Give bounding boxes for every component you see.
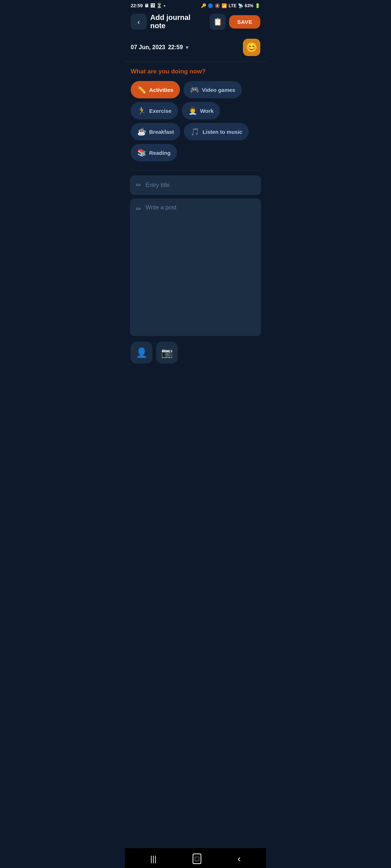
status-bar: 22:59 🖥 🖼 ⏳ • 🔑 🔵 🔇 📶 LTE 📡 63% 🔋	[125, 0, 266, 10]
videogames-label: Video games	[202, 87, 235, 93]
status-time: 22:59	[131, 3, 143, 8]
status-sim-icon: 🖥	[144, 3, 149, 8]
avatar-emoji: 😊	[246, 42, 257, 53]
clipboard-icon: 📋	[213, 17, 222, 26]
activities-section: What are you doing now? ✏️ Activities 🎮 …	[125, 61, 266, 165]
status-image-icon: 🖼	[150, 3, 155, 8]
header: ‹ Add journal note 📋 SAVE	[125, 10, 266, 34]
status-signal-icon: 📡	[238, 3, 243, 8]
status-wifi-icon: 📶	[222, 3, 227, 8]
status-dot-icon: •	[164, 3, 165, 8]
tag-exercise[interactable]: 🏃 Exercise	[131, 102, 178, 119]
post-pencil-icon: ✏	[136, 205, 141, 213]
page-title: Add journal note	[150, 13, 206, 30]
status-battery: 63%	[245, 3, 253, 8]
back-button[interactable]: ‹	[131, 14, 147, 30]
avatar-tool-icon: 👤	[136, 347, 147, 358]
breakfast-label: Breakfast	[149, 129, 174, 135]
activities-question: What are you doing now?	[131, 68, 260, 75]
activities-label: Activities	[149, 87, 173, 93]
camera-tool-icon: 📷	[161, 347, 173, 358]
exercise-icon: 🏃	[137, 106, 146, 115]
work-label: Work	[200, 108, 214, 114]
divider	[131, 170, 260, 170]
breakfast-icon: ☕	[137, 127, 146, 136]
music-icon: 🎵	[190, 127, 199, 136]
reading-label: Reading	[149, 150, 171, 156]
time-value: 22:59	[168, 44, 183, 51]
date-value: 07 Jun, 2023	[131, 44, 165, 51]
reading-icon: 📚	[137, 148, 146, 157]
camera-tool-button[interactable]: 📷	[156, 342, 178, 363]
videogames-icon: 🎮	[190, 85, 199, 94]
tag-work[interactable]: 👨‍💼 Work	[182, 102, 220, 119]
avatar-tool-button[interactable]: 👤	[131, 342, 152, 363]
entry-post-placeholder: Write a post	[146, 204, 176, 211]
status-right: 🔑 🔵 🔇 📶 LTE 📡 63% 🔋	[201, 3, 260, 8]
exercise-label: Exercise	[149, 108, 172, 114]
status-lte-icon: LTE	[228, 3, 236, 8]
back-icon: ‹	[138, 18, 140, 26]
entry-section: ✏ Entry title ✏ Write a post	[125, 175, 266, 336]
tag-activities[interactable]: ✏️ Activities	[131, 81, 180, 98]
bottom-toolbar: 👤 📷	[125, 336, 266, 367]
tags-container: ✏️ Activities 🎮 Video games 🏃 Exercise 👨…	[131, 81, 260, 161]
status-mute-icon: 🔇	[215, 3, 220, 8]
save-button[interactable]: SAVE	[229, 15, 260, 29]
status-key-icon: 🔑	[201, 3, 206, 8]
entry-post-field[interactable]: ✏ Write a post	[130, 199, 261, 336]
listentomusic-label: Listen to music	[202, 129, 242, 135]
entry-title-field[interactable]: ✏ Entry title	[130, 175, 261, 195]
work-icon: 👨‍💼	[188, 106, 197, 115]
entry-title-placeholder: Entry title	[146, 182, 170, 188]
date-chevron-icon: ▾	[186, 44, 188, 50]
clipboard-button[interactable]: 📋	[210, 14, 226, 30]
tag-videogames[interactable]: 🎮 Video games	[184, 81, 242, 98]
status-battery-icon: 🔋	[255, 3, 260, 8]
date-time-selector[interactable]: 07 Jun, 2023 22:59 ▾	[131, 44, 188, 51]
tag-listentomusic[interactable]: 🎵 Listen to music	[184, 123, 249, 140]
status-left: 22:59 🖥 🖼 ⏳ •	[131, 3, 165, 8]
avatar-button[interactable]: 😊	[243, 39, 260, 56]
status-bluetooth-icon: 🔵	[208, 3, 213, 8]
title-pencil-icon: ✏	[136, 181, 141, 189]
tag-reading[interactable]: 📚 Reading	[131, 144, 177, 161]
status-hourglass-icon: ⏳	[156, 3, 162, 8]
date-row: 07 Jun, 2023 22:59 ▾ 😊	[125, 34, 266, 61]
tag-breakfast[interactable]: ☕ Breakfast	[131, 123, 180, 140]
activities-icon: ✏️	[137, 85, 146, 94]
